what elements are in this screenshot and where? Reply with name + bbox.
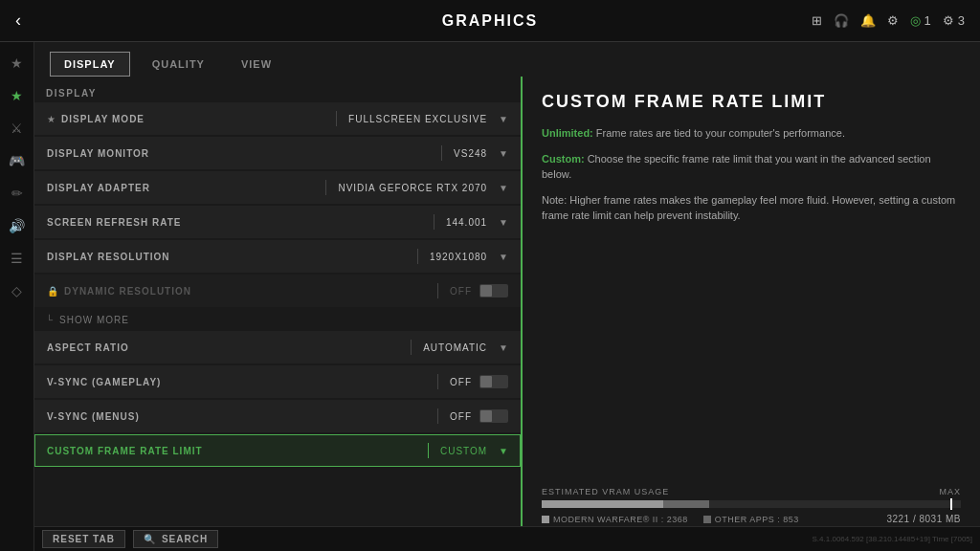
tab-view[interactable]: VIEW (227, 52, 286, 77)
search-label: SEARCH (162, 534, 208, 544)
setting-label-display-mode: DISPLAY MODE (61, 114, 332, 124)
reset-tab-button[interactable]: RESET TAB (42, 530, 125, 548)
setting-value-display-adapter: NVIDIA GEFORCE RTX 2070 (330, 183, 495, 193)
highlight-custom: Custom: (542, 153, 585, 165)
setting-row-vsync-menus[interactable]: V-SYNC (MENUS) OFF (34, 400, 521, 432)
sidebar-icon-combat[interactable]: ⚔ (4, 115, 31, 142)
setting-row-display-monitor[interactable]: DISPLAY MONITOR VS248 ▼ (34, 137, 521, 169)
divider (434, 214, 434, 230)
friends-count[interactable]: ◎ 1 (910, 13, 931, 28)
players-count[interactable]: ⚙ 3 (943, 13, 965, 28)
setting-value-display-resolution: 1920X1080 (422, 252, 495, 262)
vram-header: ESTIMATED VRAM USAGE MAX (542, 487, 961, 496)
bell-icon[interactable]: 🔔 (860, 13, 876, 28)
sidebar-icon-game[interactable]: 🎮 (4, 147, 31, 174)
page-title: GRAPHICS (442, 12, 538, 30)
chevron-icon: ▼ (499, 148, 508, 159)
chevron-icon: ▼ (499, 217, 508, 228)
search-icon: 🔍 (144, 534, 156, 544)
setting-value-display-mode: FULLSCREEN EXCLUSIVE (341, 114, 495, 124)
version-text: S.4.1.0064.592 [38.210.14485+19] Time [7… (813, 535, 972, 543)
setting-label-screen-refresh-rate: SCREEN REFRESH RATE (47, 217, 430, 228)
divider (428, 443, 429, 458)
sidebar-icon-edit[interactable]: ✏ (4, 180, 31, 207)
setting-row-vsync-gameplay[interactable]: V-SYNC (GAMEPLAY) OFF (34, 365, 521, 398)
divider (417, 249, 418, 264)
setting-row-aspect-ratio[interactable]: ASPECT RATIO AUTOMATIC ▼ (34, 331, 521, 364)
divider (325, 180, 326, 195)
vram-bar-other (663, 500, 709, 508)
vram-max-marker (950, 498, 952, 510)
tab-display[interactable]: DISPLAY (50, 52, 130, 77)
highlight-unlimited: Unlimited: (542, 127, 593, 139)
chevron-icon: ▼ (499, 114, 508, 124)
vram-section: ESTIMATED VRAM USAGE MAX MODERN WARFARE®… (542, 487, 961, 524)
chevron-icon: ▼ (499, 252, 508, 262)
vram-numbers: 3221 / 8031 MB (886, 514, 961, 524)
info-title: CUSTOM FRAME RATE LIMIT (542, 92, 961, 112)
grid-icon[interactable]: ⊞ (812, 13, 822, 28)
setting-label-vsync-menus: V-SYNC (MENUS) (47, 411, 434, 422)
setting-label-aspect-ratio: ASPECT RATIO (47, 342, 407, 353)
tab-quality[interactable]: QUALITY (138, 52, 219, 77)
setting-value-vsync-gameplay: OFF (442, 377, 479, 387)
setting-value-aspect-ratio: AUTOMATIC (415, 342, 495, 353)
info-text-custom: Custom: Choose the specific frame rate l… (542, 151, 961, 183)
sidebar-icon-2[interactable]: ★ (4, 82, 31, 109)
info-text-custom-body: Choose the specific frame rate limit tha… (542, 153, 931, 181)
setting-row-screen-refresh-rate[interactable]: SCREEN REFRESH RATE 144.001 ▼ (34, 206, 521, 238)
vram-other-label: OTHER APPS : 853 (715, 515, 799, 524)
vram-max-label: MAX (939, 487, 961, 496)
setting-label-display-monitor: DISPLAY MONITOR (47, 148, 437, 159)
toggle-dynamic-resolution (479, 284, 508, 298)
setting-label-vsync-gameplay: V-SYNC (GAMEPLAY) (47, 377, 434, 387)
setting-row-display-adapter[interactable]: DISPLAY ADAPTER NVIDIA GEFORCE RTX 2070 … (34, 171, 521, 204)
show-more-label: SHOW MORE (59, 315, 129, 325)
setting-value-dynamic-resolution: OFF (442, 286, 479, 297)
divider (336, 111, 337, 126)
vram-unit: MB (946, 514, 961, 524)
chevron-icon: ▼ (499, 342, 508, 353)
sidebar-icon-audio[interactable]: 🔊 (4, 212, 31, 239)
star-icon: ★ (47, 114, 56, 124)
setting-label-dynamic-resolution: DYNAMIC RESOLUTION (64, 286, 434, 297)
gear-icon[interactable]: ⚙ (887, 13, 899, 28)
divider (437, 408, 438, 424)
toggle-vsync-menus[interactable] (479, 409, 508, 423)
vram-total: 8031 (919, 514, 942, 524)
vram-legend-mw: MODERN WARFARE® II : 2368 (542, 515, 688, 524)
back-button[interactable]: ‹ (15, 11, 21, 31)
vram-legend-other: OTHER APPS : 853 (703, 515, 799, 524)
info-text-note: Note: Higher frame rates makes the gamep… (542, 192, 961, 224)
sidebar-icon-menu[interactable]: ☰ (4, 245, 31, 272)
sidebar-icon-misc[interactable]: ◇ (4, 277, 31, 304)
vram-dot-other (703, 516, 711, 523)
setting-row-display-mode[interactable]: ★ DISPLAY MODE FULLSCREEN EXCLUSIVE ▼ (34, 102, 521, 135)
setting-row-dynamic-resolution: 🔒 DYNAMIC RESOLUTION OFF (34, 275, 521, 307)
setting-row-custom-frame-rate[interactable]: CUSTOM FRAME RATE LIMIT CUSTOM ▼ (34, 434, 521, 467)
setting-value-vsync-menus: OFF (442, 411, 479, 422)
bottom-bar: RESET TAB 🔍 SEARCH S.4.1.0064.592 [38.21… (34, 526, 980, 551)
headset-icon[interactable]: 🎧 (834, 13, 849, 28)
main-area: DISPLAY QUALITY VIEW DISPLAY ★ DISPLAY M… (34, 42, 980, 551)
chevron-icon: ▼ (499, 446, 508, 456)
setting-row-display-resolution[interactable]: DISPLAY RESOLUTION 1920X1080 ▼ (34, 240, 521, 273)
vram-mw-label: MODERN WARFARE® II : 2368 (553, 515, 688, 524)
vram-bar-fill (542, 500, 961, 508)
vram-current: 3221 (886, 514, 909, 524)
search-button[interactable]: 🔍 SEARCH (133, 530, 218, 548)
show-more-row[interactable]: └ SHOW MORE (34, 309, 521, 331)
chevron-icon: ▼ (499, 183, 508, 193)
vram-bar-wrapper (542, 500, 961, 508)
header: ‹ GRAPHICS ⊞ 🎧 🔔 ⚙ ◎ 1 ⚙ 3 (0, 0, 980, 42)
setting-value-custom-frame-rate: CUSTOM (433, 446, 495, 456)
sidebar-icon-1[interactable]: ★ (4, 50, 31, 77)
lock-icon: 🔒 (47, 286, 58, 297)
section-label-display: DISPLAY (34, 84, 521, 102)
toggle-vsync-gameplay[interactable] (479, 375, 508, 388)
setting-label-display-adapter: DISPLAY ADAPTER (47, 183, 322, 193)
vram-label: ESTIMATED VRAM USAGE (542, 487, 669, 496)
tab-bar: DISPLAY QUALITY VIEW (34, 42, 980, 77)
vram-legend: MODERN WARFARE® II : 2368 OTHER APPS : 8… (542, 514, 961, 524)
info-text-unlimited: Unlimited: Frame rates are tied to your … (542, 125, 961, 142)
